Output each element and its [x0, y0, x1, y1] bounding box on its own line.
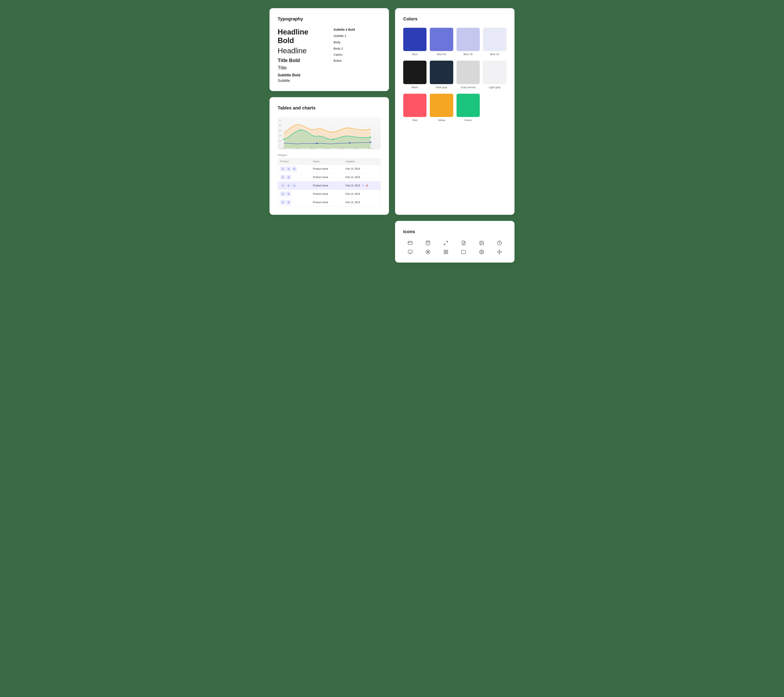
headline-bold-label: Headline Bold [278, 28, 325, 45]
document-icon[interactable] [457, 241, 471, 246]
icons-card: Icons [395, 221, 514, 262]
svg-rect-40 [446, 252, 448, 254]
svg-line-25 [444, 243, 445, 245]
svg-rect-20 [408, 241, 412, 245]
colors-title: Colors [403, 16, 506, 21]
table-row: ♻ ♻ Product name Feb 14, 2019 [278, 190, 380, 198]
table-row: ♻ ♻ Product name Feb 14, 2019 [278, 198, 380, 206]
red-label: Red [412, 119, 417, 122]
svg-rect-38 [446, 250, 448, 252]
svg-point-8 [333, 138, 334, 140]
color-black: Black [403, 61, 427, 89]
color-row-accents: Red Yellow Green [403, 94, 506, 122]
darkgray-label: Dark gray [436, 86, 447, 89]
svg-text:Dec 13: Dec 13 [296, 148, 301, 150]
yellow-swatch [430, 94, 453, 117]
blue50-swatch [430, 28, 453, 51]
thumb-3: ♻ [292, 183, 296, 188]
thumb-1: ♻ [280, 166, 285, 171]
expand-icon[interactable] [439, 241, 453, 246]
table-row-highlighted: ♻ ♻ ♻ Product name Feb 14, 2019 ✏ 🗑 [278, 181, 380, 190]
product-thumbs: ♻ ♻ [280, 191, 313, 196]
svg-text:0: 0 [278, 145, 280, 147]
row-name: Product name [313, 201, 346, 204]
blue50-label: Blue 50 [437, 53, 446, 56]
black-label: Black [412, 86, 418, 89]
product-thumbs: ♻ ♻ ♻ [280, 183, 313, 188]
color-row-blues: Blue Blue 50 Blue 25 Blue 15 [403, 28, 506, 56]
image-icon[interactable] [475, 241, 489, 246]
svg-point-41 [481, 251, 482, 252]
chart-svg: 500 400 300 200 100 0 [278, 117, 381, 150]
subtitle-label: Subtitle [278, 79, 325, 83]
thumb-1: ♻ [280, 200, 285, 205]
svg-point-36 [427, 251, 428, 252]
svg-text:Dec 18: Dec 18 [368, 148, 373, 150]
typography-right: Subtitle 2 Bold Subtitle 2 Body Body 2 C… [329, 28, 381, 83]
svg-text:Dec 15: Dec 15 [324, 148, 330, 150]
grid-icon[interactable] [439, 249, 453, 254]
row-name: Product name [313, 167, 346, 170]
settings-icon[interactable] [475, 249, 489, 254]
empty-swatch [483, 94, 506, 117]
thumb-2: ♻ [286, 175, 291, 180]
data-table: Product Name Updated ♻ ♻ ♻ Product name … [278, 158, 381, 207]
darkgray-swatch [430, 61, 453, 84]
folder-icon[interactable] [457, 249, 471, 254]
blue15-swatch [483, 28, 506, 51]
row-date: Feb 14, 2019 [346, 176, 378, 179]
blue25-swatch [456, 28, 480, 51]
typography-left: Headline Bold Headline Title Bold Title … [278, 28, 329, 83]
subtitle2-bold-label: Subtitle 2 Bold [334, 28, 381, 31]
thumb-2: ♻ [286, 166, 291, 171]
svg-text:100: 100 [278, 140, 282, 142]
thumb-1: ♻ [280, 175, 285, 180]
monitor-icon[interactable] [403, 249, 417, 254]
typography-content: Headline Bold Headline Title Bold Title … [278, 28, 381, 83]
black-swatch [403, 61, 427, 84]
row-date: Feb 14, 2019 [346, 167, 378, 170]
delete-icon[interactable]: 🗑 [366, 184, 368, 187]
tables-card: Tables and charts 500 400 300 200 100 0 [270, 97, 389, 215]
color-blue50: Blue 50 [430, 28, 453, 56]
row-date: Feb 14, 2019 ✏ 🗑 [346, 184, 378, 187]
svg-point-29 [481, 242, 481, 242]
title-label: Title [278, 65, 325, 71]
svg-point-9 [370, 137, 371, 138]
body-label: Body [334, 40, 381, 44]
svg-line-24 [446, 241, 448, 242]
lightgray-swatch [483, 61, 506, 84]
cart-icon[interactable] [421, 241, 435, 246]
help-icon[interactable] [492, 241, 507, 246]
svg-text:Dec 14: Dec 14 [310, 148, 315, 150]
edit-icon[interactable]: ✏ [362, 184, 364, 187]
svg-text:400: 400 [278, 124, 282, 126]
red-swatch [403, 94, 427, 117]
blue25-label: Blue 25 [464, 53, 473, 56]
headline-label: Headline [278, 46, 325, 55]
blue15-label: Blue 15 [490, 53, 499, 56]
row-date: Feb 14, 2019 [346, 193, 378, 195]
color-graynormal: Gray normal [456, 61, 480, 89]
green-swatch [456, 94, 480, 117]
table-header: Product Name Updated [278, 158, 380, 165]
row-name: Product name [313, 176, 346, 179]
icons-grid [403, 241, 506, 254]
body2-label: Body 2 [334, 47, 381, 50]
table-row: ♻ ♻ ♻ Product name Feb 14, 2019 [278, 165, 380, 173]
svg-text:300: 300 [278, 129, 282, 132]
svg-rect-39 [444, 252, 445, 254]
color-blue: Blue [403, 28, 427, 56]
svg-point-30 [497, 241, 501, 245]
browser-icon[interactable] [403, 241, 417, 246]
move-icon[interactable] [492, 249, 507, 254]
svg-rect-32 [408, 250, 412, 253]
color-empty [483, 94, 506, 122]
product-thumbs: ♻ ♻ ♻ [280, 166, 313, 171]
thumb-2: ♻ [286, 191, 291, 196]
radio-icon[interactable] [421, 249, 435, 254]
svg-point-6 [283, 138, 284, 140]
icons-title: Icons [403, 229, 506, 234]
subtitle-bold-label: Subtitle Bold [278, 73, 325, 77]
color-green: Green [456, 94, 480, 122]
